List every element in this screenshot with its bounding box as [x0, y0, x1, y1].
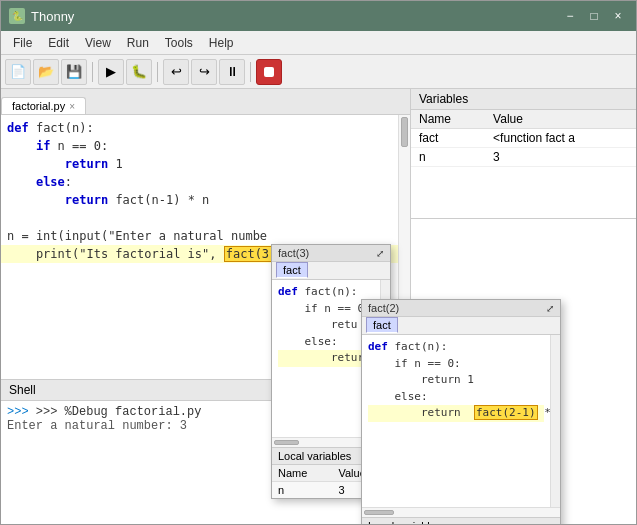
save-file-button[interactable]: 💾	[61, 59, 87, 85]
var-fact-value: <function fact a	[485, 129, 636, 148]
title-bar: 🐍 Thonny − □ ×	[1, 1, 636, 31]
call-frame-fact2-label: fact(2)	[368, 302, 399, 314]
step-forward-button[interactable]: ↪	[191, 59, 217, 85]
title-bar-left: 🐍 Thonny	[9, 8, 74, 24]
call-frame-fact3-tab-area: fact	[272, 262, 390, 280]
cf1-line-5: retur	[278, 350, 374, 367]
cf1-line-1: def fact(n):	[278, 284, 374, 301]
call-frame-fact2-h-scroll[interactable]	[362, 507, 560, 517]
cf2-h-thumb[interactable]	[364, 510, 394, 515]
cf2-line-3: return 1	[368, 372, 544, 389]
tab-label: factorial.py	[12, 100, 65, 112]
code-line-5: return fact(n-1) * n	[7, 191, 392, 209]
call-frame-fact3-title: fact(3) ⤢	[272, 245, 390, 262]
call-frame-fact2-code: def fact(n): if n == 0: return 1 else: r…	[362, 335, 550, 507]
call-frame-fact2-scrollbar[interactable]	[550, 335, 560, 507]
cf2-line-1: def fact(n):	[368, 339, 544, 356]
editor-tab-bar: factorial.py ×	[1, 89, 410, 115]
code-line-1: def fact(n):	[7, 119, 392, 137]
call-frame-fact2-title: fact(2) ⤢	[362, 300, 560, 317]
minimize-button[interactable]: −	[560, 7, 580, 25]
shell-cmd-1: >>> %Debug factorial.py	[36, 405, 202, 419]
editor-scroll-thumb[interactable]	[401, 117, 408, 147]
call-frame-fact2-expand[interactable]: ⤢	[546, 303, 554, 314]
menu-bar: File Edit View Run Tools Help	[1, 31, 636, 55]
code-line-4: else:	[7, 173, 392, 191]
call-frame-fact2-tab[interactable]: fact	[366, 317, 398, 333]
cf2-line-5: return fact(2-1) * n	[368, 405, 544, 422]
call-frame-fact2-tab-area: fact	[362, 317, 560, 335]
run-button[interactable]: ▶	[98, 59, 124, 85]
cf1-line-3: retu	[278, 317, 374, 334]
cf1-col-name: Name	[272, 465, 332, 482]
cf2-highlighted-call: fact(2-1)	[474, 405, 538, 420]
cf1-line-2: if n == 0:	[278, 301, 374, 318]
tab-close-icon[interactable]: ×	[69, 101, 75, 112]
code-line-2: if n == 0:	[7, 137, 392, 155]
close-button[interactable]: ×	[608, 7, 628, 25]
var-col-value: Value	[485, 110, 636, 129]
var-row-fact: fact <function fact a	[411, 129, 636, 148]
code-line-7: n = int(input("Enter a natural numbe	[7, 227, 392, 245]
call-frame-fact3-expand[interactable]: ⤢	[376, 248, 384, 259]
cf2-local-vars-header: Local variables	[362, 518, 560, 524]
cf2-line-2: if n == 0:	[368, 356, 544, 373]
var-row-n: n 3	[411, 148, 636, 167]
var-n-name: n	[411, 148, 485, 167]
menu-file[interactable]: File	[5, 34, 40, 52]
call-frame-fact3-label: fact(3)	[278, 247, 309, 259]
shell-prompt-1: >>>	[7, 405, 36, 419]
stop-icon	[262, 65, 276, 79]
window-controls: − □ ×	[560, 7, 628, 25]
var-fact-name: fact	[411, 129, 485, 148]
toolbar-separator-2	[157, 62, 158, 82]
window-title: Thonny	[31, 9, 74, 24]
variables-panel: Variables Name Value fact <function fact…	[411, 89, 636, 219]
svg-rect-0	[264, 67, 274, 77]
menu-tools[interactable]: Tools	[157, 34, 201, 52]
var-n-value: 3	[485, 148, 636, 167]
step-back-button[interactable]: ↩	[163, 59, 189, 85]
maximize-button[interactable]: □	[584, 7, 604, 25]
variables-table: Name Value fact <function fact a n 3	[411, 110, 636, 167]
main-area: factorial.py × def fact(n): if n == 0: r…	[1, 89, 636, 524]
call-frame-fact3-tab[interactable]: fact	[276, 262, 308, 278]
pause-button[interactable]: ⏸	[219, 59, 245, 85]
menu-view[interactable]: View	[77, 34, 119, 52]
main-window: 🐍 Thonny − □ × File Edit View Run Tools …	[0, 0, 637, 525]
menu-help[interactable]: Help	[201, 34, 242, 52]
cf1-h-thumb[interactable]	[274, 440, 299, 445]
call-frame-fact2-local-vars: Local variables Name Value n 2	[362, 517, 560, 524]
toolbar: 📄 📂 💾 ▶ 🐛 ↩ ↪ ⏸	[1, 55, 636, 89]
new-file-button[interactable]: 📄	[5, 59, 31, 85]
cf2-line-4: else:	[368, 389, 544, 406]
cf1-line-4: else:	[278, 334, 374, 351]
app-icon: 🐍	[9, 8, 25, 24]
toolbar-separator-3	[250, 62, 251, 82]
stop-button[interactable]	[256, 59, 282, 85]
variables-panel-header: Variables	[411, 89, 636, 110]
code-line-3: return 1	[7, 155, 392, 173]
menu-run[interactable]: Run	[119, 34, 157, 52]
var-col-name: Name	[411, 110, 485, 129]
editor-tab-factorial[interactable]: factorial.py ×	[1, 97, 86, 114]
call-frame-fact2: fact(2) ⤢ fact def fact(n): if n == 0: r…	[361, 299, 561, 524]
cf1-var-n-name: n	[272, 482, 332, 499]
shell-output-1: Enter a natural number: 3	[7, 419, 187, 433]
debug-button[interactable]: 🐛	[126, 59, 152, 85]
toolbar-separator-1	[92, 62, 93, 82]
call-frame-fact2-code-area: def fact(n): if n == 0: return 1 else: r…	[362, 335, 560, 507]
code-line-6	[7, 209, 392, 227]
menu-edit[interactable]: Edit	[40, 34, 77, 52]
open-file-button[interactable]: 📂	[33, 59, 59, 85]
